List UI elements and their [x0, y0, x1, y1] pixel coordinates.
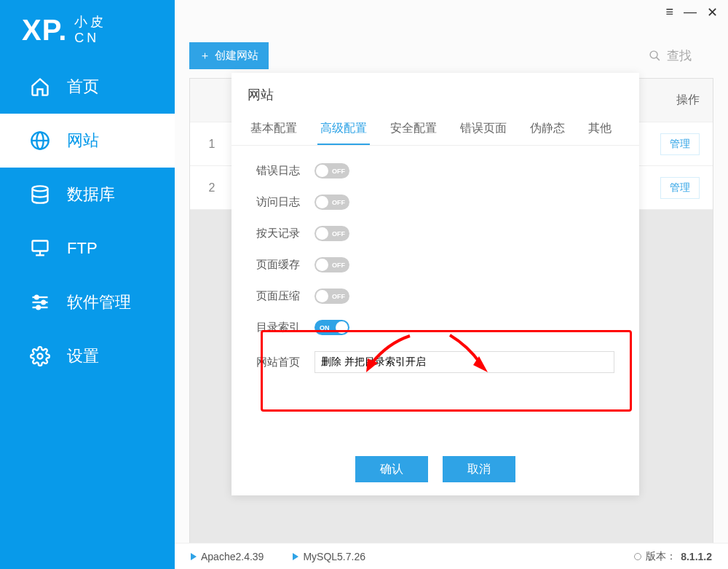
- toggle-1[interactable]: OFF: [314, 195, 349, 210]
- tab-1[interactable]: 高级配置: [317, 114, 370, 145]
- create-label: 创建网站: [215, 49, 258, 63]
- modal-body: 错误日志OFF访问日志OFF按天记录OFF页面缓存OFF页面压缩OFF目录索引O…: [232, 146, 639, 443]
- setting-row: 目录索引ON: [256, 320, 614, 335]
- minimize-icon[interactable]: —: [684, 4, 697, 20]
- homepage-row: 网站首页: [256, 351, 614, 373]
- confirm-button[interactable]: 确认: [355, 456, 428, 482]
- version-number: 8.1.1.2: [681, 551, 712, 562]
- plus-icon: ＋: [199, 49, 210, 63]
- nav-label: 数据库: [67, 184, 115, 205]
- search-placeholder: 查找: [667, 47, 692, 64]
- toggle-2[interactable]: OFF: [314, 226, 349, 241]
- apache-status[interactable]: Apache2.4.39: [191, 551, 264, 562]
- svg-point-10: [35, 296, 39, 299]
- statusbar: Apache2.4.39 MySQL5.7.26 版本： 8.1.1.2: [175, 543, 728, 569]
- nav-item-globe[interactable]: 网站: [0, 114, 175, 168]
- menu-icon[interactable]: ≡: [665, 4, 673, 20]
- nav-label: 首页: [67, 76, 99, 98]
- svg-point-14: [650, 51, 657, 58]
- setting-label: 页面压缩: [256, 289, 314, 303]
- modal-tabs: 基本配置高级配置安全配置错误页面伪静态其他: [232, 114, 639, 146]
- setting-label: 错误日志: [256, 164, 314, 178]
- ftp-icon: [29, 238, 51, 259]
- tab-4[interactable]: 伪静态: [527, 114, 568, 145]
- database-icon: [29, 184, 51, 205]
- manage-button[interactable]: 管理: [660, 177, 700, 199]
- setting-label: 按天记录: [256, 227, 314, 240]
- version-info: 版本： 8.1.1.2: [634, 550, 712, 563]
- setting-label: 页面缓存: [256, 258, 314, 272]
- row-number: 2: [190, 181, 234, 195]
- nav-item-gear[interactable]: 设置: [0, 329, 175, 383]
- tab-0[interactable]: 基本配置: [248, 114, 300, 145]
- homepage-input[interactable]: [314, 351, 614, 373]
- cancel-button[interactable]: 取消: [443, 456, 515, 482]
- globe-icon: [29, 130, 51, 152]
- setting-row: 页面压缩OFF: [256, 289, 614, 304]
- setting-row: 按天记录OFF: [256, 226, 614, 241]
- play-icon: [191, 553, 197, 560]
- sliders-icon: [29, 291, 51, 313]
- setting-label: 目录索引: [256, 321, 314, 334]
- sidebar: XP. 小皮 CN 首页网站数据库FTP软件管理设置: [0, 0, 175, 569]
- setting-row: 错误日志OFF: [256, 163, 614, 178]
- logo-subtitle: 小皮 CN: [74, 14, 106, 46]
- svg-point-12: [36, 306, 40, 310]
- logo: XP. 小皮 CN: [0, 0, 175, 60]
- gear-icon: [29, 345, 51, 367]
- toggle-5[interactable]: ON: [314, 320, 349, 335]
- toolbar: ＋ 创建网站 查找: [175, 0, 728, 78]
- svg-rect-4: [33, 241, 48, 251]
- svg-point-3: [33, 186, 48, 191]
- toggle-0[interactable]: OFF: [314, 163, 349, 178]
- tab-5[interactable]: 其他: [585, 114, 614, 145]
- create-website-button[interactable]: ＋ 创建网站: [189, 42, 269, 69]
- nav-label: FTP: [67, 239, 98, 258]
- search-box[interactable]: 查找: [649, 47, 713, 64]
- nav-item-database[interactable]: 数据库: [0, 168, 175, 221]
- manage-button[interactable]: 管理: [660, 133, 700, 155]
- logo-text: XP.: [22, 14, 67, 47]
- mysql-label: MySQL5.7.26: [303, 551, 365, 562]
- play-icon: [293, 553, 298, 560]
- modal-title: 网站: [232, 73, 639, 114]
- modal-footer: 确认 取消: [232, 443, 639, 495]
- toggle-4[interactable]: OFF: [314, 289, 349, 304]
- website-modal: 网站 基本配置高级配置安全配置错误页面伪静态其他 错误日志OFF访问日志OFF按…: [232, 73, 639, 495]
- nav-item-home[interactable]: 首页: [0, 60, 175, 114]
- toggle-3[interactable]: OFF: [314, 257, 349, 272]
- nav-label: 设置: [67, 345, 99, 367]
- apache-label: Apache2.4.39: [201, 551, 264, 562]
- home-icon: [29, 76, 51, 98]
- nav-item-ftp[interactable]: FTP: [0, 221, 175, 275]
- action-header: 操作: [676, 93, 713, 108]
- search-icon: [649, 50, 661, 62]
- tab-3[interactable]: 错误页面: [457, 114, 510, 145]
- svg-line-15: [657, 58, 660, 60]
- version-label: 版本：: [646, 550, 676, 563]
- nav-item-sliders[interactable]: 软件管理: [0, 275, 175, 329]
- svg-point-13: [38, 354, 43, 359]
- close-icon[interactable]: ✕: [707, 4, 718, 20]
- nav-label: 软件管理: [67, 291, 131, 313]
- setting-label: 访问日志: [256, 195, 314, 209]
- homepage-label: 网站首页: [256, 356, 314, 369]
- tab-2[interactable]: 安全配置: [387, 114, 440, 145]
- svg-point-11: [41, 301, 45, 305]
- setting-row: 页面缓存OFF: [256, 257, 614, 272]
- nav-label: 网站: [67, 130, 99, 152]
- setting-row: 访问日志OFF: [256, 195, 614, 210]
- info-icon: [634, 553, 641, 560]
- row-number: 1: [190, 138, 234, 151]
- mysql-status[interactable]: MySQL5.7.26: [293, 551, 365, 562]
